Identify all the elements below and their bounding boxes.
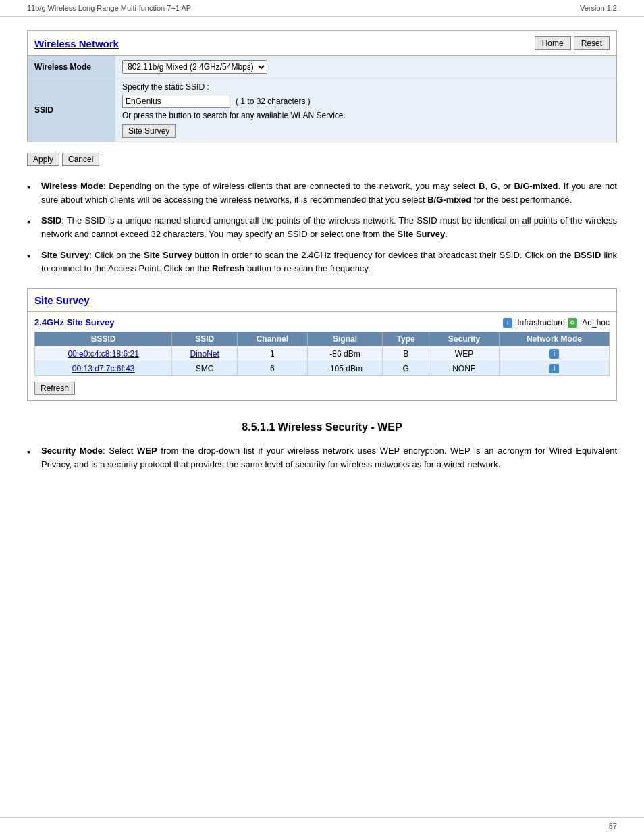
wireless-mode-select[interactable]: 802.11b/g Mixed (2.4GHz/54Mbps): [122, 60, 267, 74]
home-button[interactable]: Home: [535, 36, 571, 50]
site-survey-title: Site Survey: [28, 289, 616, 312]
security-description-list: Security Mode: Select WEP from the drop-…: [27, 444, 617, 471]
survey-freq-label: 2.4GHz Site Survey: [34, 317, 115, 328]
section-heading: 8.5.1.1 Wireless Security - WEP: [27, 421, 617, 434]
col-bssid: BSSID: [35, 332, 172, 346]
ssid-link-1[interactable]: DinoNet: [190, 349, 219, 359]
row2-network-mode: i: [499, 361, 609, 376]
site-survey-button[interactable]: Site Survey: [122, 124, 176, 138]
panel-header: Wireless Network Home Reset: [28, 31, 616, 56]
col-network-mode: Network Mode: [499, 332, 609, 346]
ssid-value-cell: Specify the static SSID : ( 1 to 32 char…: [115, 78, 616, 142]
info-icon-2[interactable]: i: [549, 364, 559, 373]
survey-legend: i :Infrastructure ♻ :Ad_hoc: [503, 318, 610, 328]
col-ssid: SSID: [172, 332, 238, 346]
row2-bssid: 00:13:d7:7c:6f:43: [35, 361, 172, 376]
panel-title: Wireless Network: [34, 38, 119, 49]
bullet-term-2: SSID: [41, 215, 61, 226]
infrastructure-icon: i: [503, 318, 512, 328]
header-left: 11b/g Wireless Long Range Multi-function…: [27, 4, 191, 12]
survey-table-head: BSSID SSID Channel Signal Type Security …: [35, 332, 610, 346]
col-type: Type: [383, 332, 429, 346]
row1-signal: -86 dBm: [307, 346, 383, 361]
cancel-button[interactable]: Cancel: [62, 153, 99, 166]
footer-bar: 87: [0, 817, 644, 834]
action-row: Apply Cancel: [27, 153, 617, 166]
wireless-mode-label: Wireless Mode: [28, 56, 115, 78]
bssid-link-2[interactable]: 00:13:d7:7c:6f:43: [72, 364, 135, 373]
wireless-network-panel: Wireless Network Home Reset Wireless Mod…: [27, 30, 617, 142]
adhoc-icon: ♻: [568, 318, 577, 328]
col-channel: Channel: [238, 332, 308, 346]
wireless-mode-row: Wireless Mode 802.11b/g Mixed (2.4GHz/54…: [28, 56, 616, 78]
site-survey-panel: Site Survey 2.4GHz Site Survey i :Infras…: [27, 288, 617, 401]
legend-infrastructure-text: :Infrastructure: [515, 318, 565, 328]
col-security: Security: [429, 332, 500, 346]
header-bar: 11b/g Wireless Long Range Multi-function…: [0, 0, 644, 17]
row1-network-mode: i: [499, 346, 609, 361]
legend-adhoc-text: :Ad_hoc: [580, 318, 610, 328]
table-row: 00:13:d7:7c:6f:43 SMC 6 -105 dBm G NONE …: [35, 361, 610, 376]
apply-button[interactable]: Apply: [27, 153, 59, 166]
bullet-wireless-mode-text: Wireless Mode: Depending on the type of …: [41, 180, 617, 206]
ssid-input-row: ( 1 to 32 characters ): [122, 95, 610, 108]
refresh-button[interactable]: Refresh: [34, 382, 75, 395]
main-content: Wireless Network Home Reset Wireless Mod…: [0, 17, 644, 511]
bullet-security-text: Security Mode: Select WEP from the drop-…: [41, 444, 617, 471]
bullet-term-3: Site Survey: [41, 250, 89, 260]
panel-header-buttons: Home Reset: [535, 36, 610, 50]
info-icon-1[interactable]: i: [549, 349, 559, 359]
bullet-ssid: SSID: The SSID is a unique named shared …: [27, 214, 617, 240]
bssid-link-1[interactable]: 00:e0:c4:c8:18:6:21: [68, 349, 138, 359]
ssid-hint: ( 1 to 32 characters ): [236, 97, 311, 106]
row2-signal: -105 dBm: [307, 361, 383, 376]
description-list: Wireless Mode: Depending on the type of …: [27, 180, 617, 275]
row2-type: G: [383, 361, 429, 376]
survey-top-row: 2.4GHz Site Survey i :Infrastructure ♻ :…: [34, 317, 610, 328]
bullet-site-survey: Site Survey: Click on the Site Survey bu…: [27, 249, 617, 275]
security-term: Security Mode: [41, 446, 103, 456]
survey-table: BSSID SSID Channel Signal Type Security …: [34, 332, 610, 376]
ssid-row: SSID Specify the static SSID : ( 1 to 32…: [28, 78, 616, 142]
config-table: Wireless Mode 802.11b/g Mixed (2.4GHz/54…: [28, 56, 616, 142]
row2-ssid: SMC: [172, 361, 238, 376]
survey-table-body: 00:e0:c4:c8:18:6:21 DinoNet 1 -86 dBm B …: [35, 346, 610, 376]
row1-type: B: [383, 346, 429, 361]
row1-security: WEP: [429, 346, 500, 361]
bullet-site-survey-text: Site Survey: Click on the Site Survey bu…: [41, 249, 617, 275]
ssid-specify-label: Specify the static SSID :: [122, 82, 610, 92]
bullet-term-1: Wireless Mode: [41, 181, 103, 191]
row1-channel: 1: [238, 346, 308, 361]
table-row: 00:e0:c4:c8:18:6:21 DinoNet 1 -86 dBm B …: [35, 346, 610, 361]
survey-header-row: BSSID SSID Channel Signal Type Security …: [35, 332, 610, 346]
header-right: Version 1.2: [580, 4, 617, 12]
reset-button[interactable]: Reset: [574, 36, 610, 50]
bullet-security-mode: Security Mode: Select WEP from the drop-…: [27, 444, 617, 471]
col-signal: Signal: [307, 332, 383, 346]
page-number: 87: [609, 822, 617, 830]
row2-channel: 6: [238, 361, 308, 376]
site-survey-body: 2.4GHz Site Survey i :Infrastructure ♻ :…: [28, 312, 616, 400]
bullet-wireless-mode: Wireless Mode: Depending on the type of …: [27, 180, 617, 206]
bullet-ssid-text: SSID: The SSID is a unique named shared …: [41, 214, 617, 240]
ssid-label: SSID: [28, 78, 115, 142]
ssid-note: Or press the button to search for any av…: [122, 111, 610, 120]
row2-security: NONE: [429, 361, 500, 376]
row1-ssid: DinoNet: [172, 346, 238, 361]
row1-bssid: 00:e0:c4:c8:18:6:21: [35, 346, 172, 361]
ssid-input[interactable]: [122, 95, 230, 108]
wireless-mode-value-cell: 802.11b/g Mixed (2.4GHz/54Mbps): [115, 56, 616, 78]
